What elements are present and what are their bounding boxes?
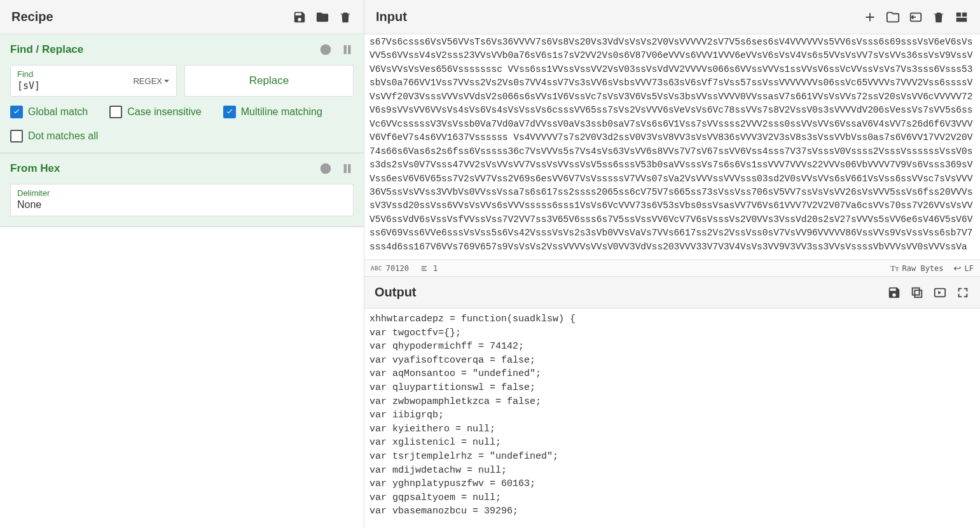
save-output-icon[interactable] bbox=[887, 286, 901, 300]
svg-rect-9 bbox=[956, 12, 961, 16]
input-text[interactable]: s67Vs6csss6VsV56VVsTs6Vs36VVVV7s6Vs8Vs20… bbox=[364, 34, 980, 260]
recipe-body: Find / Replace Find [sV] REGEX Replace bbox=[0, 34, 364, 528]
check-case[interactable]: Case insensitive bbox=[109, 106, 202, 118]
output-title: Output bbox=[375, 285, 417, 300]
input-header: Input bbox=[364, 0, 980, 34]
svg-rect-13 bbox=[913, 288, 920, 295]
checkbox-icon bbox=[109, 106, 122, 118]
toggle-layout-icon[interactable] bbox=[955, 10, 969, 24]
check-label: Case insensitive bbox=[127, 106, 202, 118]
save-icon[interactable] bbox=[293, 10, 307, 24]
check-label: Dot matches all bbox=[28, 130, 98, 142]
folder-icon[interactable] bbox=[315, 10, 329, 24]
check-label: Multiline matching bbox=[241, 106, 322, 118]
output-text[interactable]: xhhwtarcadepz = function(suadklsw) { var… bbox=[364, 309, 980, 528]
move-output-icon[interactable] bbox=[933, 286, 947, 300]
checkbox-icon bbox=[10, 106, 23, 118]
svg-rect-2 bbox=[344, 45, 346, 53]
checkbox-icon bbox=[10, 130, 23, 142]
disable-icon[interactable] bbox=[319, 162, 332, 175]
check-global[interactable]: Global match bbox=[10, 106, 88, 118]
operation-from-hex[interactable]: From Hex Delimiter None bbox=[0, 153, 364, 227]
copy-output-icon[interactable] bbox=[910, 286, 924, 300]
svg-rect-11 bbox=[956, 17, 967, 21]
recipe-header: Recipe bbox=[0, 0, 364, 34]
trash-icon[interactable] bbox=[338, 10, 352, 24]
delimiter-label: Delimiter bbox=[17, 188, 347, 198]
pause-icon[interactable] bbox=[341, 162, 354, 175]
check-label: Global match bbox=[28, 106, 88, 118]
svg-rect-12 bbox=[914, 290, 921, 297]
disable-icon[interactable] bbox=[319, 43, 332, 56]
add-tab-icon[interactable] bbox=[863, 10, 877, 24]
svg-rect-10 bbox=[962, 12, 967, 16]
encoding-selector[interactable]: Tт Raw Bytes bbox=[890, 263, 944, 274]
delimiter-value: None bbox=[17, 199, 347, 211]
io-pane: Input s67Vs6csss6VsV56VVsTs6Vs36VVVV7s6V… bbox=[364, 0, 980, 528]
pause-icon[interactable] bbox=[341, 43, 354, 56]
lines-icon bbox=[420, 264, 429, 273]
svg-rect-3 bbox=[349, 45, 350, 53]
op-header: Find / Replace bbox=[10, 43, 354, 56]
open-folder-icon[interactable] bbox=[886, 10, 900, 24]
recipe-header-icons bbox=[293, 10, 352, 24]
svg-rect-7 bbox=[349, 164, 350, 172]
output-header: Output bbox=[364, 277, 980, 309]
return-icon bbox=[953, 264, 962, 273]
svg-rect-6 bbox=[344, 164, 346, 172]
find-field[interactable]: Find [sV] REGEX bbox=[10, 65, 177, 97]
caret-down-icon bbox=[163, 78, 170, 84]
regex-label: REGEX bbox=[133, 76, 162, 86]
regex-mode-dropdown[interactable]: REGEX bbox=[133, 76, 170, 86]
open-file-icon[interactable] bbox=[909, 10, 923, 24]
replace-field[interactable]: Replace bbox=[184, 65, 354, 97]
recipe-pane: Recipe Find / Replace Find [sV] bbox=[0, 0, 364, 528]
checkbox-icon bbox=[223, 106, 236, 118]
line-count: 1 bbox=[420, 264, 438, 273]
check-multiline[interactable]: Multiline matching bbox=[223, 106, 322, 118]
eol-selector[interactable]: LF bbox=[953, 264, 974, 273]
recipe-title: Recipe bbox=[11, 10, 53, 24]
op-title: From Hex bbox=[10, 162, 60, 175]
delimiter-field[interactable]: Delimiter None bbox=[10, 184, 354, 216]
input-status-bar: ABC 70120 1 Tт Raw Bytes LF bbox=[364, 260, 980, 277]
input-title: Input bbox=[376, 10, 407, 24]
clear-input-icon[interactable] bbox=[932, 10, 946, 24]
replace-label: Replace bbox=[249, 74, 289, 87]
maximize-icon[interactable] bbox=[956, 286, 970, 300]
operation-find-replace[interactable]: Find / Replace Find [sV] REGEX Replace bbox=[0, 34, 364, 153]
op-title: Find / Replace bbox=[10, 43, 83, 56]
check-dot[interactable]: Dot matches all bbox=[10, 130, 98, 142]
char-count: ABC 70120 bbox=[371, 264, 409, 273]
